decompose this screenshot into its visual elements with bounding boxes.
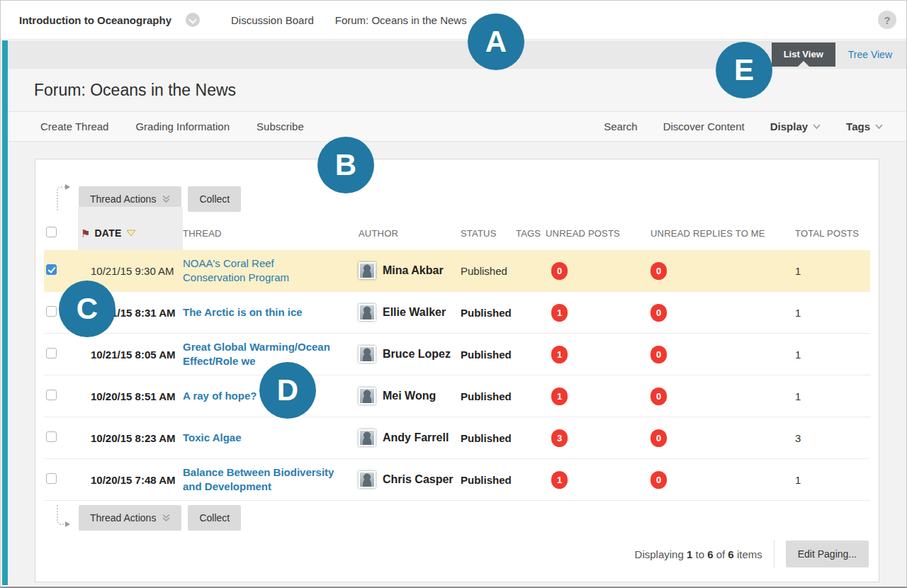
unread-replies-badge[interactable]: 0 [650, 262, 667, 280]
chevron-down-icon [875, 124, 883, 130]
subscribe-button[interactable]: Subscribe [257, 120, 304, 132]
thread-link[interactable]: Great Global Warming/Ocean Effect/Role w… [183, 340, 339, 369]
page-title: Forum: Oceans in the News [34, 81, 236, 100]
callout-b: B [317, 137, 374, 193]
unread-posts-badge[interactable]: 3 [551, 429, 568, 447]
callout-d: D [259, 362, 316, 419]
double-chevron-down-icon [162, 514, 170, 522]
tags-header[interactable]: TAGS [516, 228, 541, 239]
grading-information-button[interactable]: Grading Information [135, 120, 230, 132]
row-checkbox[interactable] [46, 431, 57, 442]
total-posts: 1 [795, 390, 801, 402]
discover-content-button[interactable]: Discover Content [663, 120, 745, 132]
status-text: Published [461, 474, 512, 486]
row-checkbox[interactable] [46, 264, 57, 275]
status-text: Published [461, 349, 512, 361]
display-menu-button[interactable]: Display [770, 120, 821, 132]
status-text: Published [461, 265, 507, 277]
thread-date: 10/21/15 9:30 AM [91, 265, 174, 277]
main-area: List View Tree View Forum: Oceans in the… [1, 40, 906, 587]
row-checkbox[interactable] [46, 390, 57, 400]
unread-posts-badge[interactable]: 1 [551, 304, 568, 322]
search-button[interactable]: Search [604, 120, 638, 132]
thread-link[interactable]: A ray of hope? [183, 389, 257, 403]
row-checkbox[interactable] [46, 306, 57, 317]
total-posts: 1 [795, 349, 801, 361]
thread-link[interactable]: NOAA's Coral Reef Conservation Program [183, 256, 339, 285]
unread-replies-badge[interactable]: 0 [650, 346, 667, 363]
callout-e: E [716, 42, 772, 98]
thread-date: 10/21/15 8:05 AM [91, 349, 176, 361]
author-name: Ellie Walker [383, 306, 446, 319]
collect-label: Collect [199, 193, 230, 205]
course-menu-chevron-icon[interactable] [186, 13, 200, 27]
chevron-down-icon [813, 124, 821, 130]
select-branch-arrow-icon [54, 183, 72, 212]
displaying-status: Displaying 1 to 6 of 6 items [635, 548, 762, 560]
blackboard-forum-page: Introduction to Oceanography Discussion … [0, 0, 907, 588]
thread-date: 10/20/15 8:51 AM [91, 390, 176, 402]
edit-paging-button[interactable]: Edit Paging... [786, 541, 869, 567]
create-thread-button[interactable]: Create Thread [40, 120, 108, 132]
author-name: Andy Farrell [383, 431, 449, 444]
table-row: 10/20/15 8:23 AM Toxic Algae Andy Farrel… [44, 417, 870, 459]
status-text: Published [461, 390, 512, 402]
author-name: Mina Akbar [383, 264, 444, 277]
help-icon[interactable]: ? [878, 11, 896, 29]
callout-a: A [468, 13, 524, 70]
date-header-label: DATE [94, 227, 121, 239]
avatar [359, 429, 376, 446]
table-row: 10/21/15 8:31 AM The Arctic is on thin i… [44, 292, 870, 334]
unread-posts-badge[interactable]: 1 [551, 471, 568, 489]
tree-view-link[interactable]: Tree View [848, 49, 892, 60]
thread-actions-label: Thread Actions [90, 193, 156, 205]
unread-replies-badge[interactable]: 0 [650, 471, 667, 489]
row-checkbox[interactable] [46, 348, 57, 358]
breadcrumb-current-forum: Forum: Oceans in the News [335, 14, 467, 26]
breadcrumb: Introduction to Oceanography Discussion … [1, 1, 906, 40]
row-checkbox[interactable] [46, 473, 57, 484]
thread-header[interactable]: THREAD [183, 228, 351, 239]
total-posts: 1 [795, 474, 801, 486]
avatar [359, 346, 376, 363]
unread-replies-badge[interactable]: 0 [650, 429, 667, 447]
collect-button[interactable]: Collect [188, 505, 241, 531]
accent-stripe [2, 40, 8, 585]
unread-posts-badge[interactable]: 1 [551, 346, 568, 363]
total-posts-header[interactable]: TOTAL POSTS [785, 228, 870, 239]
footer-divider [774, 541, 774, 567]
unread-posts-badge[interactable]: 0 [551, 262, 568, 280]
date-header-cell[interactable]: ⚑ DATE [78, 216, 183, 250]
thread-actions-label: Thread Actions [90, 512, 156, 524]
list-view-button[interactable]: List View [772, 43, 835, 67]
thread-link[interactable]: Balance Between Biodiversity and Develop… [183, 465, 339, 494]
unread-posts-badge[interactable]: 1 [551, 388, 568, 405]
author-name: Chris Casper [383, 473, 454, 486]
select-all-checkbox[interactable] [46, 227, 57, 237]
total-posts: 3 [795, 432, 801, 444]
action-bar-right: Search Discover Content Display Tags [604, 120, 883, 132]
sort-descending-icon [126, 230, 136, 237]
thread-link[interactable]: The Arctic is on thin ice [183, 305, 303, 320]
top-controls: Thread Actions Collect [54, 183, 870, 212]
thread-actions-button[interactable]: Thread Actions [79, 186, 181, 212]
thread-actions-button[interactable]: Thread Actions [79, 505, 181, 531]
thread-link[interactable]: Toxic Algae [183, 431, 242, 445]
breadcrumb-discussion-board[interactable]: Discussion Board [231, 14, 314, 26]
author-header[interactable]: AUTHOR [351, 228, 455, 239]
unread-posts-header[interactable]: UNREAD POSTS [541, 228, 645, 239]
bottom-controls: Thread Actions Collect [54, 505, 870, 531]
unread-replies-badge[interactable]: 0 [650, 304, 667, 322]
status-header[interactable]: STATUS [455, 228, 516, 239]
flag-icon: ⚑ [81, 228, 90, 239]
status-text: Published [461, 432, 512, 444]
tags-menu-button[interactable]: Tags [846, 120, 883, 132]
unread-replies-header[interactable]: UNREAD REPLIES TO ME [645, 228, 785, 239]
unread-replies-badge[interactable]: 0 [650, 388, 667, 405]
collect-button[interactable]: Collect [188, 186, 241, 212]
thread-date: 10/20/15 7:48 AM [91, 474, 176, 486]
course-title: Introduction to Oceanography [19, 14, 171, 26]
table-row: 10/21/15 9:30 AM NOAA's Coral Reef Conse… [44, 250, 870, 292]
action-bar: Create Thread Grading Information Subscr… [8, 111, 906, 142]
author-name: Mei Wong [383, 390, 436, 402]
